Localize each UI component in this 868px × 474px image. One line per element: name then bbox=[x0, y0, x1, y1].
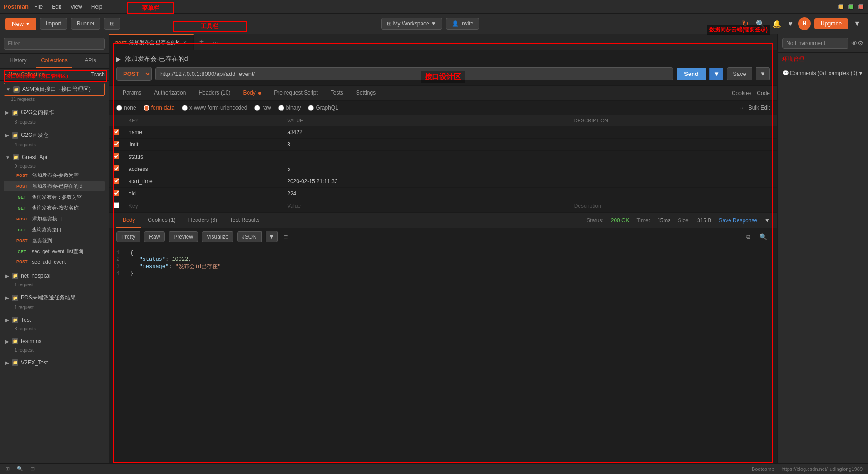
request-item-7[interactable]: GET sec_get_event_list查询 bbox=[4, 246, 105, 257]
collection-header-g2g2[interactable]: ▶ 📁 G2G直发仓 bbox=[4, 129, 105, 141]
more-options-icon[interactable]: ··· bbox=[740, 105, 745, 111]
collection-header-testmms[interactable]: ▶ 📁 testmms bbox=[4, 336, 105, 347]
json-format-button[interactable]: JSON bbox=[237, 231, 262, 242]
visualize-button[interactable]: Visualize bbox=[202, 231, 233, 242]
collection-header-guest[interactable]: ▼ 📁 Guest_Api bbox=[4, 152, 105, 163]
method-select[interactable]: POST bbox=[116, 67, 152, 81]
env-selector[interactable]: No Environment bbox=[782, 38, 848, 49]
save-button[interactable]: Save bbox=[727, 67, 752, 80]
close-button[interactable]: ✕ bbox=[858, 4, 864, 10]
row-check-2[interactable] bbox=[114, 153, 119, 159]
search-response-button[interactable]: 🔍 bbox=[757, 232, 770, 241]
new-button[interactable]: New ▼ bbox=[5, 18, 36, 30]
row-check-1[interactable] bbox=[114, 141, 119, 147]
sidebar-bottom-icon-2[interactable]: 🔍 bbox=[17, 466, 23, 472]
req-tab-body[interactable]: Body bbox=[237, 86, 268, 100]
request-item-8[interactable]: POST sec_add_event bbox=[4, 257, 105, 266]
request-item-6[interactable]: POST 嘉宾签到 bbox=[4, 235, 105, 246]
request-item-1[interactable]: POST 添加发布会-已存在的id bbox=[4, 181, 105, 191]
pretty-button[interactable]: Pretty bbox=[116, 231, 140, 242]
body-radio-formdata[interactable] bbox=[144, 105, 149, 111]
menu-view[interactable]: View bbox=[69, 3, 84, 11]
collection-header-test[interactable]: ▶ 📁 Test bbox=[4, 314, 105, 325]
collection-header-net[interactable]: ▶ 📁 net_hospital bbox=[4, 270, 105, 281]
bell-icon-btn[interactable]: 🔔 bbox=[770, 18, 783, 30]
trash-button[interactable]: Trash bbox=[91, 71, 105, 78]
body-option-none[interactable]: none bbox=[116, 105, 136, 111]
collection-header-asm[interactable]: ▼ 📁 ASM项目接口（接口管理区） bbox=[4, 83, 105, 96]
body-radio-none[interactable] bbox=[116, 105, 122, 111]
upgrade-dropdown[interactable]: ▼ bbox=[852, 18, 863, 30]
sidebar-tab-apis[interactable]: APIs bbox=[72, 54, 109, 68]
examples-dropdown[interactable]: ▼ bbox=[858, 70, 863, 76]
body-option-urlencoded[interactable]: x-www-form-urlencoded bbox=[182, 105, 247, 111]
expand-icon[interactable]: ▶ bbox=[116, 55, 121, 63]
tab-close-icon[interactable]: ✕ bbox=[183, 40, 187, 46]
examples-label[interactable]: Examples (0) bbox=[825, 70, 858, 76]
runner-button[interactable]: Runner bbox=[71, 18, 100, 30]
req-tab-params[interactable]: Params bbox=[116, 86, 148, 100]
res-tab-cookies[interactable]: Cookies (1) bbox=[141, 213, 182, 228]
heart-icon-btn[interactable]: ♥ bbox=[787, 18, 795, 30]
menu-file[interactable]: File bbox=[32, 3, 45, 11]
raw-button[interactable]: Raw bbox=[144, 231, 165, 242]
new-row-key[interactable]: Key bbox=[124, 200, 283, 212]
comments-label[interactable]: Comments (0) bbox=[790, 70, 824, 76]
send-button[interactable]: Send bbox=[677, 68, 706, 80]
menu-help[interactable]: Help bbox=[89, 3, 104, 11]
copy-response-button[interactable]: ⧉ bbox=[743, 232, 753, 241]
new-row-desc[interactable]: Description bbox=[570, 200, 777, 212]
preview-button[interactable]: Preview bbox=[169, 231, 198, 242]
body-option-raw[interactable]: raw bbox=[254, 105, 271, 111]
workspace-button[interactable]: ⊞ My Workspace ▼ bbox=[381, 18, 442, 30]
import-button[interactable]: Import bbox=[40, 18, 67, 30]
menu-edit[interactable]: Edit bbox=[50, 3, 63, 11]
sidebar-tab-collections[interactable]: Collections bbox=[36, 54, 73, 68]
minimize-button[interactable]: ─ bbox=[838, 4, 844, 10]
collection-header-pds[interactable]: ▶ 📁 PDS未端派送任务结果 bbox=[4, 292, 105, 304]
tab-more-button[interactable]: ··· bbox=[209, 39, 221, 45]
maximize-button[interactable]: □ bbox=[848, 4, 854, 10]
url-input[interactable] bbox=[155, 67, 673, 80]
row-check-0[interactable] bbox=[114, 129, 119, 135]
user-avatar[interactable]: H bbox=[798, 17, 811, 30]
request-item-0[interactable]: POST 添加发布会-参数为空 bbox=[4, 170, 105, 180]
res-tab-testresults[interactable]: Test Results bbox=[223, 213, 266, 228]
request-item-2[interactable]: GET 查询发布会：参数为空 bbox=[4, 192, 105, 202]
new-dropdown-arrow[interactable]: ▼ bbox=[25, 21, 30, 26]
sidebar-tab-history[interactable]: History bbox=[0, 54, 36, 68]
body-radio-graphql[interactable] bbox=[308, 105, 314, 111]
sidebar-bottom-icon-1[interactable]: ⊞ bbox=[5, 466, 10, 472]
body-option-graphql[interactable]: GraphQL bbox=[308, 105, 338, 111]
req-tab-prerequest[interactable]: Pre-request Script bbox=[268, 86, 324, 100]
upgrade-button[interactable]: Upgrade bbox=[814, 18, 848, 29]
bootcamp-label[interactable]: Bootcamp bbox=[752, 466, 774, 472]
env-eye-button[interactable]: 👁 bbox=[851, 40, 858, 47]
req-tab-tests[interactable]: Tests bbox=[324, 86, 350, 100]
tab-add-button[interactable]: + bbox=[194, 37, 210, 47]
send-dropdown-button[interactable]: ▼ bbox=[709, 68, 723, 80]
body-radio-raw[interactable] bbox=[254, 105, 260, 111]
new-collection-button[interactable]: + New Collection bbox=[4, 71, 45, 78]
active-tab[interactable]: POST 添加发布会-已存在的id ✕ bbox=[109, 34, 194, 50]
sidebar-bottom-icon-3[interactable]: ⊡ bbox=[30, 466, 35, 472]
bulk-edit-button[interactable]: Bulk Edit bbox=[749, 105, 770, 111]
env-settings-button[interactable]: ⚙ bbox=[858, 40, 863, 47]
body-option-formdata[interactable]: form-data bbox=[144, 105, 174, 111]
cookies-link[interactable]: Cookies bbox=[732, 90, 751, 96]
invite-button[interactable]: 👤 Invite bbox=[446, 18, 480, 30]
body-option-binary[interactable]: binary bbox=[278, 105, 301, 111]
request-item-3[interactable]: GET 查询发布会-按发名称 bbox=[4, 203, 105, 213]
save-response-button[interactable]: Save Response bbox=[719, 217, 757, 224]
search-input[interactable] bbox=[4, 38, 105, 50]
body-radio-binary[interactable] bbox=[278, 105, 284, 111]
row-check-4[interactable] bbox=[114, 178, 119, 184]
new-row-value[interactable]: Value bbox=[283, 200, 569, 212]
code-link[interactable]: Code bbox=[757, 90, 770, 96]
save-response-dropdown[interactable]: ▼ bbox=[764, 217, 770, 224]
res-tab-body[interactable]: Body bbox=[116, 213, 141, 228]
save-dropdown-button[interactable]: ▼ bbox=[756, 67, 770, 80]
row-check-5[interactable] bbox=[114, 190, 119, 196]
request-item-5[interactable]: GET 查询嘉宾接口 bbox=[4, 225, 105, 235]
request-item-4[interactable]: POST 添加嘉宾接口 bbox=[4, 214, 105, 224]
